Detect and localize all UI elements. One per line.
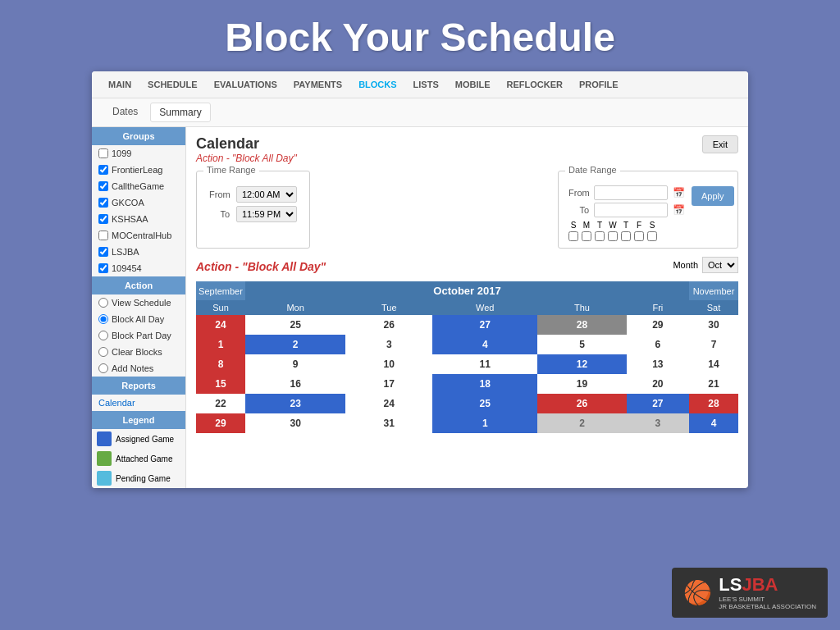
calendar-cell[interactable]: 26 xyxy=(537,394,626,413)
calendar-cell[interactable]: 29 xyxy=(627,315,689,335)
group-callthegame-checkbox[interactable] xyxy=(98,181,108,191)
action-notes-radio[interactable] xyxy=(98,363,108,373)
calendar-cell[interactable]: 14 xyxy=(689,354,738,374)
calendar-cell[interactable]: 27 xyxy=(432,315,537,335)
calendar-cell[interactable]: 30 xyxy=(245,413,345,433)
logo-text-block: LS JBA LEE'S SUMMIT JR BASKETBALL ASSOCI… xyxy=(719,574,816,611)
calendar-cell[interactable]: 7 xyxy=(689,335,738,354)
calendar-cell[interactable]: 2 xyxy=(537,413,626,433)
calendar-cell[interactable]: 18 xyxy=(432,374,537,394)
nav-profile[interactable]: PROFILE xyxy=(571,71,627,98)
calendar-cell[interactable]: 4 xyxy=(432,335,537,354)
group-frontierleag-label: FrontierLeag xyxy=(112,165,162,175)
group-frontierleag-checkbox[interactable] xyxy=(98,165,108,175)
apply-button[interactable]: Apply xyxy=(692,186,734,206)
day-mon-check[interactable] xyxy=(582,231,591,241)
nav-evaluations[interactable]: EVALUATIONS xyxy=(206,71,285,98)
calendar-cell[interactable]: 26 xyxy=(345,315,432,335)
action-clear-radio[interactable] xyxy=(98,347,108,357)
calendar-cell[interactable]: 25 xyxy=(245,315,345,335)
calendar-link[interactable]: Calendar xyxy=(92,395,185,411)
calendar-cell[interactable]: 25 xyxy=(432,394,537,413)
action-block-part-radio[interactable] xyxy=(98,331,108,340)
subnav-dates[interactable]: Dates xyxy=(104,103,146,122)
group-gkcoa-checkbox[interactable] xyxy=(98,198,108,208)
action-add-notes: Add Notes xyxy=(92,360,185,377)
calendar-cell[interactable]: 19 xyxy=(537,374,626,394)
calendar-cell[interactable]: 30 xyxy=(689,315,738,335)
calendar-cell[interactable]: 22 xyxy=(196,394,245,413)
calendar-cell[interactable]: 5 xyxy=(537,335,626,354)
day-sun: S xyxy=(568,221,578,241)
group-kshsaa-checkbox[interactable] xyxy=(98,214,108,224)
month-select[interactable]: Oct xyxy=(702,257,738,273)
calendar-header: Calendar Action - "Block All Day" Exit xyxy=(196,135,738,164)
to-time-select[interactable]: 11:59 PM xyxy=(236,206,297,222)
date-from-input[interactable] xyxy=(594,185,668,200)
nav-lists[interactable]: LISTS xyxy=(405,71,447,98)
calendar-cell[interactable]: 21 xyxy=(689,374,738,394)
calendar-cell[interactable]: 12 xyxy=(537,354,626,374)
calendar-cell[interactable]: 13 xyxy=(627,354,689,374)
legend-pending-color xyxy=(97,471,112,486)
date-from-row: From 📅 xyxy=(568,185,685,200)
group-lsjba-checkbox[interactable] xyxy=(98,247,108,257)
day-fri-check[interactable] xyxy=(634,231,644,241)
nav-blocks[interactable]: BLOCKS xyxy=(350,71,404,98)
group-mocentralhub-checkbox[interactable] xyxy=(98,231,108,240)
day-sun-check[interactable] xyxy=(568,231,578,241)
calendar-cell[interactable]: 27 xyxy=(627,394,689,413)
exit-button[interactable]: Exit xyxy=(702,135,738,153)
day-sat-check[interactable] xyxy=(647,231,657,241)
nav-payments[interactable]: PAYMENTS xyxy=(285,71,350,98)
calendar-cell[interactable]: 4 xyxy=(689,413,738,433)
calendar-cell[interactable]: 6 xyxy=(627,335,689,354)
date-from-icon[interactable]: 📅 xyxy=(673,187,685,199)
calendar-cell[interactable]: 9 xyxy=(245,354,345,374)
from-time-select[interactable]: 12:00 AM xyxy=(236,186,297,203)
subnav-summary[interactable]: Summary xyxy=(150,103,210,122)
calendar-cell[interactable]: 11 xyxy=(432,354,537,374)
group-lsjba-label: LSJBA xyxy=(112,247,139,257)
calendar-cell[interactable]: 23 xyxy=(245,394,345,413)
calendar-cell[interactable]: 2 xyxy=(245,335,345,354)
day-wed-check[interactable] xyxy=(608,231,618,241)
calendar-cell[interactable]: 24 xyxy=(196,315,245,335)
calendar-cell[interactable]: 28 xyxy=(537,315,626,335)
calendar-cell[interactable]: 20 xyxy=(627,374,689,394)
calendar-cell[interactable]: 1 xyxy=(196,335,245,354)
nav-main[interactable]: MAIN xyxy=(100,71,139,98)
time-range-box: Time Range From 12:00 AM To 11:59 PM xyxy=(196,171,310,249)
calendar-cell[interactable]: 28 xyxy=(689,394,738,413)
action-clear-label: Clear Blocks xyxy=(112,347,162,357)
day-thu-check[interactable] xyxy=(621,231,631,241)
nav-schedule[interactable]: SCHEDULE xyxy=(139,71,206,98)
nav-reflocker[interactable]: REFLOCKER xyxy=(499,71,571,98)
calendar-cell[interactable]: 16 xyxy=(245,374,345,394)
nav-mobile[interactable]: MOBILE xyxy=(447,71,499,98)
day-sat: S xyxy=(647,221,657,241)
date-to-input[interactable] xyxy=(594,203,668,217)
calendar-cell[interactable]: 31 xyxy=(345,413,432,433)
calendar-cell[interactable]: 17 xyxy=(345,374,432,394)
calendar-cell[interactable]: 10 xyxy=(345,354,432,374)
calendar-cell[interactable]: 3 xyxy=(627,413,689,433)
group-1099-checkbox[interactable] xyxy=(98,148,108,158)
action-view-radio[interactable] xyxy=(98,298,108,308)
action-clear-blocks: Clear Blocks xyxy=(92,344,185,360)
group-callthegame-label: CalltheGame xyxy=(112,181,164,191)
day-sat-label: S xyxy=(650,221,655,230)
day-tue-check[interactable] xyxy=(595,231,605,241)
day-sun-label: S xyxy=(571,221,577,230)
calendar-cell[interactable]: 15 xyxy=(196,374,245,394)
time-range-legend: Time Range xyxy=(203,165,259,175)
calendar-cell[interactable]: 29 xyxy=(196,413,245,433)
calendar-cell[interactable]: 3 xyxy=(345,335,432,354)
calendar-cell[interactable]: 8 xyxy=(196,354,245,374)
date-to-icon[interactable]: 📅 xyxy=(673,204,685,216)
app-container: MAIN SCHEDULE EVALUATIONS PAYMENTS BLOCK… xyxy=(92,71,748,488)
group-109454-checkbox[interactable] xyxy=(98,263,108,273)
action-block-all-radio[interactable] xyxy=(98,314,108,324)
calendar-cell[interactable]: 1 xyxy=(432,413,537,433)
calendar-cell[interactable]: 24 xyxy=(345,394,432,413)
